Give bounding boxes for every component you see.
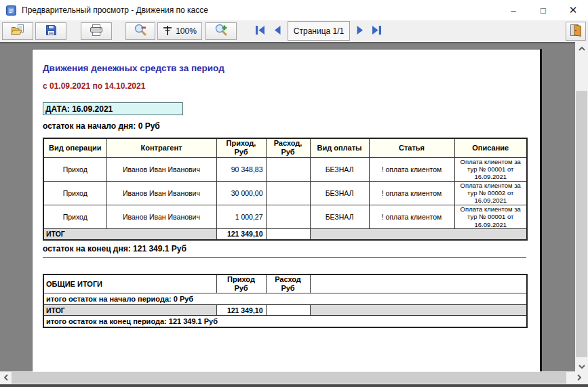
table-header-row: Вид операции Контрагент Приход, Руб Расх… — [43, 138, 527, 157]
cell-operation: Приход — [43, 181, 106, 205]
summary-table: ОБЩИЕ ИТОГИ Приход Руб Расход Руб итого … — [43, 274, 528, 328]
maximize-button[interactable]: □ — [528, 0, 558, 20]
window-title: Предварительный просмотр - Движения по к… — [22, 5, 208, 15]
closing-balance: остаток на конец дня: 121 349.1 Руб — [43, 244, 526, 258]
page-indicator[interactable]: Страница 1/1 — [288, 21, 350, 41]
total-expense — [266, 229, 310, 240]
minimize-button[interactable]: – — [498, 0, 528, 20]
chevron-down-icon — [578, 360, 586, 372]
cell-income: 30 000,00 — [216, 181, 266, 205]
titlebar: Предварительный просмотр - Движения по к… — [0, 0, 588, 20]
chevron-up-icon — [578, 42, 586, 54]
summary-total-expense — [266, 305, 310, 316]
printer-icon — [90, 24, 103, 39]
cell-article: ! оплата клиентом — [369, 205, 454, 228]
horizontal-scrollbar[interactable] — [0, 371, 588, 384]
save-floppy-icon — [45, 24, 57, 39]
opening-balance: остаток на начало дня: 0 Руб — [43, 121, 526, 131]
open-folder-icon — [11, 24, 24, 38]
cell-contragent: Иванов Иван Иванович — [106, 181, 216, 205]
scale-ruler-icon — [163, 25, 172, 38]
first-page-button[interactable] — [252, 24, 267, 39]
summary-opening-total: итого остаток на начало периода: 0 Руб — [43, 293, 527, 305]
total-filler — [310, 229, 527, 240]
previous-page-icon — [273, 25, 281, 37]
cell-operation: Приход — [43, 205, 106, 228]
window-controls: – □ ✕ — [498, 0, 588, 20]
summary-total-label: ИТОГ — [43, 305, 216, 316]
zoom-out-button[interactable] — [125, 22, 155, 40]
total-income: 121 349,10 — [216, 229, 266, 240]
print-button[interactable] — [81, 22, 112, 40]
cell-expense — [266, 157, 310, 181]
zoom-in-icon — [215, 24, 228, 39]
cell-article: ! оплата клиентом — [369, 181, 454, 205]
header-contragent: Контрагент — [106, 138, 216, 157]
header-description: Описание — [454, 138, 527, 157]
summary-title: ОБЩИЕ ИТОГИ — [43, 274, 216, 293]
cell-payment: БЕЗНАЛ — [310, 181, 369, 205]
cell-expense — [266, 205, 310, 228]
open-button[interactable] — [2, 22, 33, 40]
summary-header-row: ОБЩИЕ ИТОГИ Приход Руб Расход Руб — [43, 274, 527, 293]
scroll-up-button[interactable] — [575, 42, 588, 54]
cell-income: 1 000,27 — [216, 205, 266, 228]
cell-article: ! оплата клиентом — [369, 157, 454, 181]
next-page-icon — [356, 25, 364, 37]
vertical-scroll-thumb[interactable] — [576, 91, 587, 357]
cell-income: 90 348,83 — [216, 157, 266, 181]
header-expense: Расход, Руб — [266, 138, 310, 157]
scroll-left-button[interactable] — [0, 371, 12, 384]
preview-window: Предварительный просмотр - Движения по к… — [0, 0, 588, 387]
cell-description: Оплата клиентом за тур № 00002 от 16.09.… — [454, 181, 527, 205]
summary-header-income: Приход Руб — [216, 274, 266, 293]
app-icon — [6, 5, 16, 16]
summary-header-filler — [310, 274, 527, 293]
next-page-button[interactable] — [353, 24, 368, 39]
exit-door-icon — [569, 24, 583, 39]
cell-contragent: Иванов Иван Иванович — [106, 157, 216, 181]
table-row: Приход Иванов Иван Иванович 30 000,00 БЕ… — [43, 181, 527, 205]
chevron-right-icon — [576, 372, 582, 384]
toolbar: 100% — [0, 20, 588, 42]
save-button[interactable] — [35, 22, 66, 40]
close-button[interactable]: ✕ — [558, 0, 588, 20]
report-title: Движения денежных средств за период — [43, 63, 526, 74]
scroll-right-button[interactable] — [573, 371, 585, 384]
date-highlight-box: ДАТА: 16.09.2021 — [43, 102, 183, 115]
zoom-in-button[interactable] — [205, 22, 237, 40]
summary-total-income: 121 349,10 — [216, 305, 266, 316]
summary-closing-total: итого остаток на конец периода: 121 349.… — [43, 316, 527, 327]
report-body: Движения денежных средств за период с 01… — [33, 49, 526, 328]
preview-area: Движения денежных средств за период с 01… — [0, 42, 575, 371]
last-page-button[interactable] — [369, 24, 384, 39]
last-page-icon — [372, 25, 382, 37]
zoom-level-control[interactable]: 100% — [157, 22, 202, 40]
previous-page-button[interactable] — [270, 24, 285, 39]
horizontal-scroll-thumb[interactable] — [12, 372, 566, 384]
cell-payment: БЕЗНАЛ — [310, 205, 369, 228]
summary-total-row: ИТОГ 121 349,10 — [43, 305, 527, 316]
summary-header-expense: Расход Руб — [266, 274, 310, 293]
report-period: с 01.09.2021 по 14.10.2021 — [43, 81, 526, 91]
chevron-left-icon — [3, 372, 9, 384]
header-article: Статья — [369, 138, 454, 157]
summary-opening-row: итого остаток на начало периода: 0 Руб — [43, 293, 527, 305]
vertical-scrollbar[interactable] — [575, 42, 588, 371]
cell-payment: БЕЗНАЛ — [310, 157, 369, 181]
summary-total-filler — [310, 305, 527, 316]
header-operation: Вид операции — [43, 138, 106, 157]
cell-expense — [266, 181, 310, 205]
total-row: ИТОГ 121 349,10 — [43, 229, 527, 240]
scroll-down-button[interactable] — [575, 360, 588, 371]
exit-preview-button[interactable] — [566, 22, 586, 41]
zoom-out-icon — [134, 24, 147, 39]
cell-operation: Приход — [43, 157, 106, 181]
table-row: Приход Иванов Иван Иванович 90 348,83 БЕ… — [43, 157, 527, 181]
first-page-icon — [255, 25, 265, 37]
report-page: Движения денежных средств за период с 01… — [32, 49, 542, 371]
cell-description: Оплата клиентом за тур № 00001 от 16.09.… — [454, 205, 527, 228]
zoom-level-value: 100% — [176, 26, 197, 36]
cell-contragent: Иванов Иван Иванович — [106, 205, 216, 228]
header-payment-type: Вид оплаты — [310, 138, 369, 157]
